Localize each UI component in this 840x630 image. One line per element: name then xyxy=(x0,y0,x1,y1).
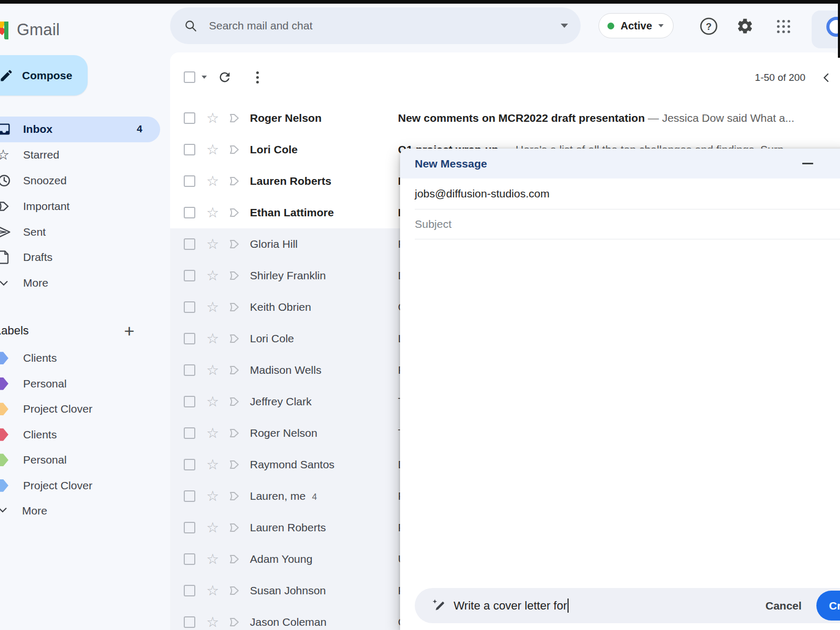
row-checkbox[interactable] xyxy=(184,238,195,250)
chevron-down-icon xyxy=(0,276,10,290)
star-icon[interactable]: ☆ xyxy=(206,363,219,377)
minimize-icon[interactable] xyxy=(802,163,813,164)
sidebar-item-inbox[interactable]: Inbox 4 xyxy=(0,117,160,142)
refresh-button[interactable] xyxy=(216,69,233,86)
star-icon[interactable]: ☆ xyxy=(206,458,219,472)
sidebar-item-important[interactable]: Important xyxy=(0,193,160,219)
sidebar-item-starred[interactable]: ☆ Starred xyxy=(0,142,160,168)
star-icon[interactable]: ☆ xyxy=(206,489,219,503)
row-checkbox[interactable] xyxy=(184,207,195,218)
sidebar-item-sent[interactable]: Sent xyxy=(0,219,160,245)
sidebar-labels-more[interactable]: More xyxy=(0,498,170,523)
star-icon[interactable]: ☆ xyxy=(206,332,219,346)
select-caret-icon[interactable] xyxy=(202,76,207,79)
star-icon[interactable]: ☆ xyxy=(206,237,219,251)
label-name: Project Clover xyxy=(23,479,92,492)
importance-marker-icon[interactable] xyxy=(228,458,242,471)
star-icon[interactable]: ☆ xyxy=(206,615,219,629)
labels-header-label: Labels xyxy=(0,324,29,338)
row-checkbox[interactable] xyxy=(184,364,195,376)
importance-marker-icon[interactable] xyxy=(228,490,242,502)
sidebar-label-item[interactable]: Clients xyxy=(0,345,170,371)
sidebar-label-item[interactable]: Project Clover xyxy=(0,396,170,422)
row-checkbox[interactable] xyxy=(184,522,195,533)
apps-button[interactable] xyxy=(774,17,793,36)
row-checkbox[interactable] xyxy=(184,144,195,155)
row-checkbox[interactable] xyxy=(184,585,195,596)
importance-marker-icon[interactable] xyxy=(228,395,242,408)
row-checkbox[interactable] xyxy=(184,553,195,565)
importance-marker-icon[interactable] xyxy=(228,206,242,219)
status-chip[interactable]: Active xyxy=(598,13,674,38)
create-button[interactable]: Create xyxy=(816,591,840,621)
search-bar[interactable]: Search mail and chat xyxy=(170,7,581,44)
select-all-checkbox[interactable] xyxy=(184,71,195,83)
newer-page-chevron-icon[interactable] xyxy=(820,71,833,84)
importance-marker-icon[interactable] xyxy=(228,269,242,282)
star-icon[interactable]: ☆ xyxy=(206,395,219,409)
sidebar-item-drafts[interactable]: Drafts xyxy=(0,245,160,270)
star-icon[interactable]: ☆ xyxy=(206,206,219,220)
star-icon[interactable]: ☆ xyxy=(206,426,219,440)
star-icon[interactable]: ☆ xyxy=(206,143,219,157)
row-checkbox[interactable] xyxy=(184,301,195,313)
row-checkbox[interactable] xyxy=(184,427,195,439)
importance-marker-icon[interactable] xyxy=(228,112,242,124)
sender-name: Susan Johnson xyxy=(250,584,326,597)
row-checkbox[interactable] xyxy=(184,270,195,281)
subject-field[interactable]: Subject xyxy=(415,209,840,239)
importance-marker-icon[interactable] xyxy=(228,553,242,565)
star-icon[interactable]: ☆ xyxy=(206,552,219,566)
star-icon[interactable]: ☆ xyxy=(206,269,219,283)
sidebar-label-item[interactable]: Personal xyxy=(0,447,170,473)
more-options-button[interactable] xyxy=(249,69,266,86)
help-icon: ? xyxy=(699,17,718,36)
importance-marker-icon[interactable] xyxy=(228,521,242,534)
sidebar-label-item[interactable]: Project Clover xyxy=(0,473,170,499)
top-bar: Gmail Search mail and chat Active ? xyxy=(0,4,840,52)
sidebar-item-more[interactable]: More xyxy=(0,270,160,296)
star-icon[interactable]: ☆ xyxy=(206,111,219,125)
star-icon[interactable]: ☆ xyxy=(206,300,219,314)
star-icon[interactable]: ☆ xyxy=(206,584,219,598)
row-checkbox[interactable] xyxy=(184,459,195,470)
help-button[interactable]: ? xyxy=(699,17,718,36)
importance-marker-icon[interactable] xyxy=(228,616,242,628)
compose-button[interactable]: Compose xyxy=(0,55,88,96)
inbox-icon xyxy=(0,122,12,136)
sender-name: Madison Wells xyxy=(250,364,321,376)
email-row[interactable]: ☆ Roger Nelson New comments on MCR2022 d… xyxy=(170,102,840,134)
importance-marker-icon[interactable] xyxy=(228,238,242,250)
importance-marker-icon[interactable] xyxy=(228,584,242,597)
settings-button[interactable] xyxy=(736,17,754,36)
importance-marker-icon[interactable] xyxy=(228,332,242,345)
chevron-down-icon xyxy=(0,503,9,517)
star-icon[interactable]: ☆ xyxy=(206,521,219,535)
row-checkbox[interactable] xyxy=(184,616,195,628)
importance-marker-icon[interactable] xyxy=(228,143,242,156)
sidebar-item-snoozed[interactable]: Snoozed xyxy=(0,168,160,194)
recipients-field[interactable]: jobs@diffusion-studios.com xyxy=(415,178,840,209)
importance-marker-icon[interactable] xyxy=(228,301,242,313)
add-label-icon[interactable]: + xyxy=(124,322,134,340)
row-checkbox[interactable] xyxy=(184,175,195,187)
sidebar-label-item[interactable]: Clients xyxy=(0,422,170,448)
row-checkbox[interactable] xyxy=(184,112,195,124)
row-checkbox[interactable] xyxy=(184,333,195,344)
cancel-button[interactable]: Cancel xyxy=(761,588,806,623)
nav-label: Snoozed xyxy=(23,174,67,187)
importance-marker-icon[interactable] xyxy=(228,364,242,376)
subject-snippet: New comments on MCR2022 draft presentati… xyxy=(398,112,840,124)
star-icon[interactable]: ☆ xyxy=(206,174,219,188)
sender-name: Ethan Lattimore xyxy=(250,206,334,219)
search-options-caret-icon[interactable] xyxy=(561,24,568,28)
row-checkbox[interactable] xyxy=(184,396,195,407)
help-me-write-prompt[interactable]: Write a cover letter for Cancel Create xyxy=(415,588,840,623)
importance-marker-icon[interactable] xyxy=(228,175,242,187)
sidebar-label-item[interactable]: Personal xyxy=(0,371,170,397)
compose-header[interactable]: New Message xyxy=(400,149,840,178)
apps-grid-icon xyxy=(777,20,790,33)
row-checkbox[interactable] xyxy=(184,490,195,502)
importance-marker-icon[interactable] xyxy=(228,427,242,439)
sidebar-nav: Inbox 4 ☆ Starred Snoozed Important Sent… xyxy=(0,117,170,296)
